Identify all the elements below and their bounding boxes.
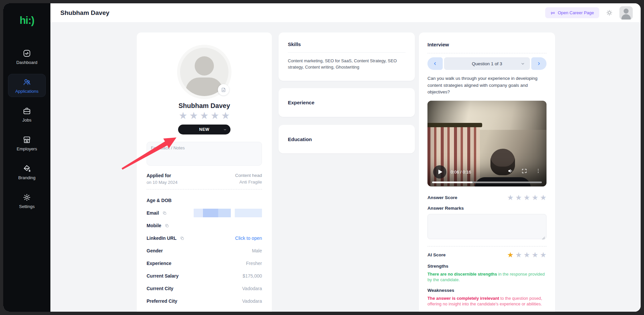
detail-row-preferred-city: Preferred City Vadodara bbox=[147, 295, 262, 307]
chevron-right-icon bbox=[537, 61, 541, 66]
document-icon bbox=[221, 87, 226, 92]
volume-icon bbox=[507, 168, 513, 174]
page-title: Shubham Davey bbox=[60, 9, 109, 17]
app-window: hi:) Dashboard Applications Jobs Employe… bbox=[3, 3, 641, 312]
sidebar-nav: Dashboard Applications Jobs Employers Br… bbox=[3, 45, 50, 212]
weaknesses-title: Weaknesses bbox=[427, 288, 547, 293]
detail-row-experience: Experience Fresher bbox=[147, 257, 262, 270]
candidate-details-list: Age & DOB Email Mobile bbox=[147, 194, 262, 307]
open-career-page-label: Open Career Page bbox=[558, 10, 594, 15]
question-nav-label: Question 1 of 3 bbox=[472, 61, 502, 66]
video-progress-played bbox=[432, 182, 473, 183]
video-menu-button[interactable] bbox=[535, 168, 541, 175]
ai-score-stars: ★★★★★ bbox=[507, 251, 547, 259]
rocket-icon bbox=[550, 11, 555, 15]
avatar-person-icon bbox=[624, 9, 629, 14]
answer-remarks-label: Answer Remarks bbox=[427, 206, 547, 211]
ai-score-label: AI Score bbox=[427, 252, 446, 257]
sidebar-item-label: Dashboard bbox=[16, 60, 37, 65]
answer-remarks-input[interactable] bbox=[427, 214, 547, 239]
experience-title: Experience bbox=[288, 100, 314, 105]
sidebar-item-dashboard[interactable]: Dashboard bbox=[8, 45, 46, 68]
star-icon: ★ bbox=[507, 251, 514, 259]
star-icon[interactable]: ★ bbox=[532, 194, 539, 201]
sidebar-item-branding[interactable]: Branding bbox=[8, 160, 46, 184]
sidebar-item-applications[interactable]: Applications bbox=[8, 74, 46, 97]
star-icon: ★ bbox=[532, 251, 539, 259]
fullscreen-button[interactable] bbox=[521, 168, 527, 175]
copy-icon[interactable] bbox=[180, 236, 184, 240]
sun-icon bbox=[606, 9, 613, 16]
divider bbox=[147, 189, 262, 189]
ai-score-row: AI Score ★★★★★ bbox=[427, 251, 547, 259]
redacted-email-value bbox=[194, 209, 262, 217]
star-icon[interactable]: ★ bbox=[524, 194, 530, 201]
divider bbox=[427, 53, 547, 53]
applied-company: Anti Fragile bbox=[235, 180, 262, 184]
sidebar-item-label: Employers bbox=[17, 146, 37, 151]
interview-card: Interview Question 1 of 3 Can you walk u… bbox=[419, 32, 555, 312]
volume-button[interactable] bbox=[507, 168, 513, 175]
applied-for-row: Applied for on 10 May 2024 Content head … bbox=[147, 173, 262, 185]
weaknesses-text: The answer is completely irrelevant to t… bbox=[427, 295, 547, 307]
skills-title: Skills bbox=[288, 41, 406, 47]
next-question-button[interactable] bbox=[531, 57, 547, 70]
copy-icon[interactable] bbox=[162, 211, 167, 215]
question-selector[interactable]: Question 1 of 3 bbox=[444, 57, 530, 70]
sidebar-item-employers[interactable]: Employers bbox=[8, 131, 46, 155]
user-avatar[interactable] bbox=[619, 6, 633, 20]
sidebar-item-label: Jobs bbox=[22, 118, 31, 123]
chevron-left-icon bbox=[433, 61, 437, 66]
applied-role: Content head bbox=[235, 173, 262, 178]
video-progress-bar[interactable] bbox=[432, 182, 542, 183]
open-career-page-button[interactable]: Open Career Page bbox=[545, 7, 599, 18]
play-button[interactable] bbox=[433, 165, 446, 179]
detail-row-mobile: Mobile bbox=[147, 219, 262, 232]
applied-for-label: Applied for bbox=[147, 173, 177, 178]
star-icon[interactable]: ★ bbox=[507, 194, 514, 201]
star-icon[interactable]: ★ bbox=[221, 111, 230, 121]
detail-row-age-dob: Age & DOB bbox=[147, 194, 262, 207]
branding-icon bbox=[23, 164, 31, 173]
theme-toggle-button[interactable] bbox=[606, 9, 613, 16]
applied-date: on 10 May 2024 bbox=[147, 180, 177, 185]
star-icon[interactable]: ★ bbox=[189, 111, 198, 121]
star-icon[interactable]: ★ bbox=[211, 111, 219, 121]
star-icon: ★ bbox=[515, 251, 522, 259]
status-dropdown[interactable]: NEW bbox=[178, 125, 230, 134]
sidebar-item-label: Applications bbox=[15, 89, 38, 94]
resize-grip-icon[interactable] bbox=[542, 235, 545, 239]
education-card: Education bbox=[279, 125, 415, 153]
divider bbox=[427, 246, 547, 246]
interview-question-text: Can you walk us through your experience … bbox=[427, 75, 547, 96]
copy-icon[interactable] bbox=[165, 224, 169, 228]
feedback-notes-input[interactable] bbox=[147, 142, 262, 166]
chevron-down-icon bbox=[223, 128, 227, 131]
detail-row-linkedin: LinkedIn URL Click to open bbox=[147, 232, 262, 244]
resume-badge-button[interactable] bbox=[218, 84, 229, 95]
strengths-text: There are no discernible strengths in th… bbox=[427, 271, 547, 283]
star-icon[interactable]: ★ bbox=[200, 111, 209, 121]
candidate-name: Shubham Davey bbox=[147, 102, 262, 110]
sidebar-item-label: Branding bbox=[18, 175, 35, 180]
candidate-rating-stars: ★★★★★ bbox=[147, 111, 262, 121]
star-icon[interactable]: ★ bbox=[540, 194, 547, 201]
video-player[interactable]: 0:06 / 0:16 bbox=[427, 101, 547, 186]
skills-card: Skills Content marketing, SEO for SaaS, … bbox=[279, 32, 415, 81]
sidebar-item-label: Settings bbox=[19, 204, 35, 209]
interview-title: Interview bbox=[427, 42, 547, 47]
star-icon[interactable]: ★ bbox=[179, 111, 187, 121]
top-header: Shubham Davey Open Career Page bbox=[50, 3, 641, 22]
applications-icon bbox=[23, 78, 31, 86]
sidebar-item-settings[interactable]: Settings bbox=[8, 189, 46, 212]
prev-question-button[interactable] bbox=[427, 57, 443, 70]
sidebar-item-jobs[interactable]: Jobs bbox=[8, 103, 46, 126]
linkedin-open-link[interactable]: Click to open bbox=[235, 236, 262, 241]
answer-score-label: Answer Score bbox=[427, 195, 457, 200]
star-icon[interactable]: ★ bbox=[515, 194, 522, 201]
employers-icon bbox=[23, 135, 31, 144]
strengths-title: Strengths bbox=[427, 264, 547, 269]
detail-row-current-city: Current City Vadodara bbox=[147, 282, 262, 295]
jobs-icon bbox=[23, 107, 31, 115]
skills-text: Content marketing, SEO for SaaS, Content… bbox=[288, 58, 406, 70]
